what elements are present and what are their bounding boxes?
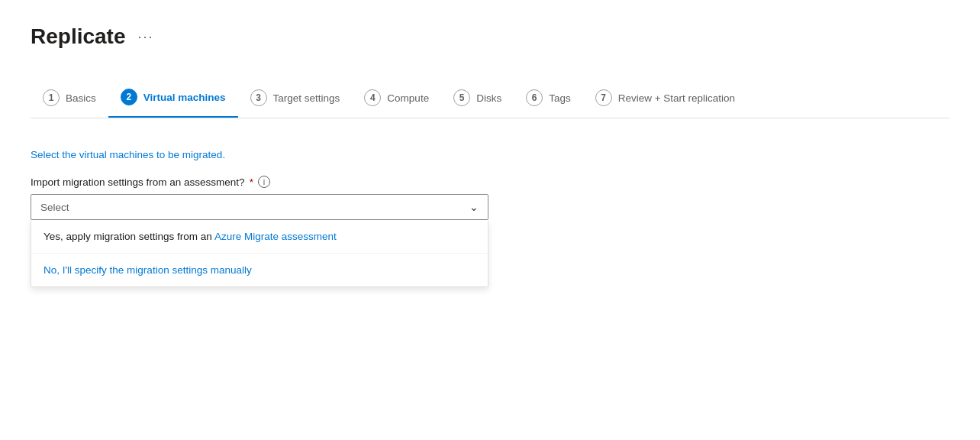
dropdown-item-yes-prefix: Yes, apply migration settings from an	[44, 231, 214, 242]
step-label-target-settings: Target settings	[273, 92, 340, 104]
wizard-steps: 1 Basics 2 Virtual machines 3 Target set…	[31, 79, 949, 118]
step-label-disks: Disks	[476, 92, 501, 104]
field-label: Import migration settings from an assess…	[31, 176, 949, 188]
step-label-basics: Basics	[66, 92, 96, 104]
dropdown-item-no-text: No, I'll specify the migration settings …	[44, 264, 252, 276]
dropdown-item-yes[interactable]: Yes, apply migration settings from an Az…	[31, 220, 488, 254]
step-circle-virtual-machines: 2	[121, 89, 137, 105]
info-icon[interactable]: i	[258, 176, 270, 188]
wizard-step-tags[interactable]: 6 Tags	[514, 80, 583, 117]
dropdown-menu: Yes, apply migration settings from an Az…	[31, 220, 488, 287]
wizard-step-basics[interactable]: 1 Basics	[31, 80, 108, 117]
chevron-down-icon: ⌄	[469, 201, 479, 213]
step-label-tags: Tags	[549, 92, 571, 104]
step-circle-review: 7	[595, 89, 612, 106]
step-circle-disks: 5	[453, 89, 470, 106]
step-label-review: Review + Start replication	[618, 92, 735, 104]
step-circle-target-settings: 3	[250, 89, 267, 106]
step-label-compute: Compute	[387, 92, 429, 104]
wizard-step-compute[interactable]: 4 Compute	[352, 80, 441, 117]
dropdown-item-no[interactable]: No, I'll specify the migration settings …	[31, 254, 488, 286]
select-placeholder: Select	[40, 202, 69, 213]
wizard-step-virtual-machines[interactable]: 2 Virtual machines	[108, 79, 238, 118]
wizard-step-review[interactable]: 7 Review + Start replication	[583, 80, 747, 117]
step-label-virtual-machines: Virtual machines	[143, 92, 226, 103]
dropdown-item-yes-highlight: Azure Migrate assessment	[214, 231, 337, 242]
page-title: Replicate	[31, 24, 126, 49]
required-indicator: *	[250, 176, 253, 188]
wizard-step-disks[interactable]: 5 Disks	[441, 80, 514, 117]
wizard-step-target-settings[interactable]: 3 Target settings	[238, 80, 353, 117]
step-circle-compute: 4	[364, 89, 381, 106]
step-circle-tags: 6	[526, 89, 543, 106]
section-description: Select the virtual machines to be migrat…	[31, 149, 949, 160]
step-circle-basics: 1	[43, 89, 60, 106]
page-container: Replicate ··· 1 Basics 2 Virtual machine…	[0, 0, 980, 312]
content-area: Select the virtual machines to be migrat…	[31, 143, 949, 287]
page-header: Replicate ···	[31, 24, 949, 49]
more-options-button[interactable]: ···	[135, 26, 157, 48]
assessment-select[interactable]: Select ⌄	[31, 194, 488, 220]
field-label-text: Import migration settings from an assess…	[31, 176, 245, 188]
